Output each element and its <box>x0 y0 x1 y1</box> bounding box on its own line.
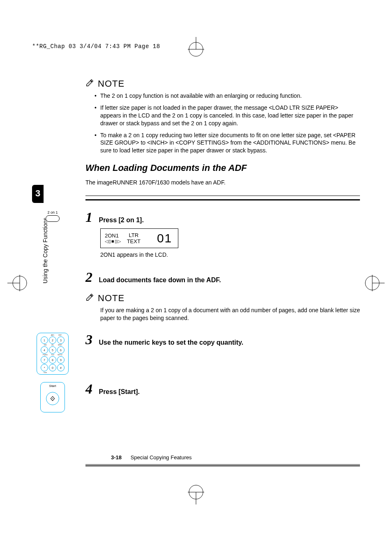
numeric-keypad-illustration: ABC DEF 1 2 3 GHI JKL MNO <box>37 333 69 375</box>
note-heading-text: NOTE <box>98 78 125 89</box>
pencil-icon <box>85 292 95 304</box>
step-1-panel-icon: 2 on 1 <box>32 210 73 222</box>
key-sublabel: WXYZ <box>57 354 63 356</box>
svg-line-14 <box>88 295 90 298</box>
keypad-key: * <box>41 364 48 371</box>
step-title: Press [2 on 1]. <box>99 216 143 224</box>
step-2: 2 Load documents face down in the ADF. <box>85 270 360 287</box>
footer-rule-thin <box>85 464 360 465</box>
key-sublabel: GHI <box>42 344 48 346</box>
note-bullet: To make a 2 on 1 copy reducing two lette… <box>95 131 360 155</box>
divider <box>85 196 360 196</box>
key-sublabel: JKL <box>49 344 56 346</box>
svg-point-16 <box>52 398 53 399</box>
keypad-key: 6 <box>57 346 65 354</box>
keypad-key: # <box>57 364 65 371</box>
step-number: 4 <box>85 382 97 396</box>
key-sublabel: ABC <box>49 334 56 336</box>
keypad-key: 5 <box>49 346 56 354</box>
lcd-density-icon: ◁▯■▯▷ <box>105 239 121 244</box>
note-block-2: NOTE If you are making a 2 on 1 copy of … <box>85 292 360 322</box>
start-button-illustration: Start <box>40 382 65 412</box>
note-heading-2-text: NOTE <box>98 293 125 304</box>
keypad-key: 2 <box>49 336 56 344</box>
keypad-key: 4 <box>41 346 48 354</box>
footer-title: Special Copying Features <box>131 454 192 461</box>
registration-mark-right <box>365 273 385 293</box>
step-number: 3 <box>85 333 97 347</box>
step-1-after-text: 2ON1 appears in the LCD. <box>100 251 360 258</box>
note-heading: NOTE <box>85 78 360 90</box>
registration-mark-left <box>7 273 27 293</box>
keypad-key: 3 <box>57 336 65 344</box>
key-sublabel: PQRS <box>42 354 48 356</box>
lcd-count: 01 <box>157 231 172 245</box>
step-1: 2 on 1 1 Press [2 on 1]. 2ON1 ◁▯■▯▷ LTR … <box>85 210 360 258</box>
chapter-sidebar: 3 Using the Copy Functions <box>32 185 44 203</box>
start-button-circle <box>46 392 59 405</box>
step-title: Use the numeric keys to set the copy qua… <box>99 339 243 346</box>
chapter-side-label: Using the Copy Functions <box>42 218 48 283</box>
page-footer: 3-18 Special Copying Features <box>111 454 192 461</box>
key-sublabel: TUV <box>49 354 56 356</box>
section-intro: The imageRUNNER 1670F/1630 models have a… <box>85 179 360 186</box>
start-label: Start <box>41 382 65 388</box>
keypad-key: 0 <box>49 364 56 371</box>
step-title: Load documents face down in the ADF. <box>99 276 221 284</box>
svg-line-13 <box>88 81 91 84</box>
registration-mark-top <box>186 37 206 57</box>
lcd-display: 2ON1 ◁▯■▯▷ LTR TEXT 01 <box>100 228 178 248</box>
pill-button-icon <box>46 215 60 222</box>
main-content: NOTE The 2 on 1 copy function is not ava… <box>85 78 360 466</box>
two-on-one-button-illustration: 2 on 1 <box>46 210 60 222</box>
chapter-number-tab: 3 <box>32 185 44 203</box>
svg-line-12 <box>88 81 90 83</box>
step-number: 1 <box>85 210 97 224</box>
note-2-text: If you are making a 2 on 1 copy of a doc… <box>100 306 360 322</box>
note-bullet-list: The 2 on 1 copy function is not availabl… <box>95 92 360 154</box>
note-bullet: The 2 on 1 copy function is not availabl… <box>95 92 360 100</box>
lcd-quality: TEXT <box>127 238 141 245</box>
step-4: Start 4 Press [Start]. <box>85 382 360 415</box>
step-3-panel-icon: ABC DEF 1 2 3 GHI JKL MNO <box>32 333 73 375</box>
page-body: 3 Using the Copy Functions NOTE The 2 on… <box>32 58 360 493</box>
key-sublabel: Tone <box>42 372 48 373</box>
note-bullet: If letter size paper is not loaded in th… <box>95 104 360 127</box>
keypad-key: 1 <box>41 336 48 344</box>
step-title: Press [Start]. <box>99 388 140 396</box>
keypad-key: 7 <box>41 356 48 364</box>
section-subheading: When Loading Documents in the ADF <box>85 163 360 173</box>
step-number: 2 <box>85 270 97 284</box>
lcd-paper: LTR <box>127 232 141 239</box>
print-job-slug: **RG_Chap 03 3/4/04 7:43 PM Page 18 <box>32 43 160 50</box>
key-sublabel: MNO <box>57 344 63 346</box>
start-diamond-icon <box>50 396 55 401</box>
footer-rule-thick <box>85 465 360 466</box>
two-on-one-label: 2 on 1 <box>46 210 60 214</box>
step-3: ABC DEF 1 2 3 GHI JKL MNO <box>85 333 360 366</box>
divider-thick <box>85 199 360 201</box>
key-sublabel: DEF <box>57 334 63 336</box>
note-heading-2: NOTE <box>85 292 360 304</box>
pencil-icon <box>85 78 95 90</box>
lcd-mode: 2ON1 <box>105 233 121 239</box>
keypad-key: 9 <box>57 356 65 364</box>
step-4-panel-icon: Start <box>32 382 73 412</box>
svg-line-15 <box>88 296 91 299</box>
page-number: 3-18 <box>111 454 122 461</box>
keypad-key: 8 <box>49 356 56 364</box>
